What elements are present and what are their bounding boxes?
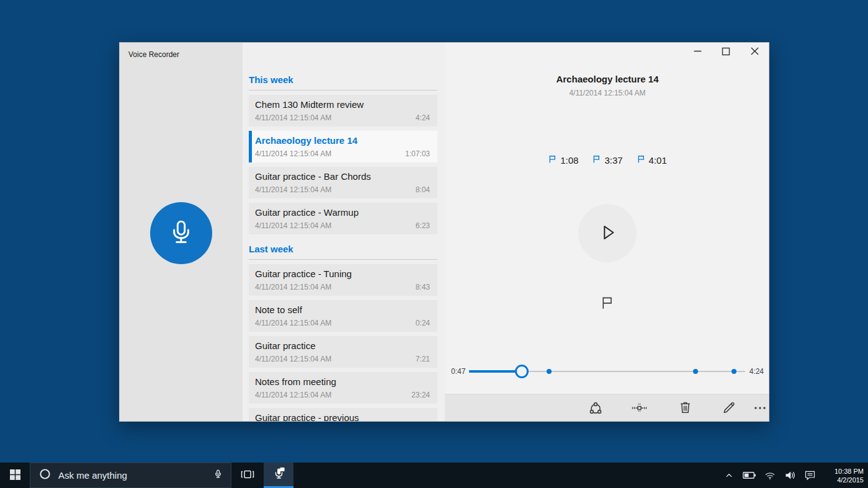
marker-chip[interactable]: 4:01: [637, 154, 667, 166]
player-panel: Archaeology lecture 14 4/11/2014 12:15:0…: [445, 43, 769, 421]
record-panel: Voice Recorder: [120, 43, 243, 421]
recording-title: Guitar practice: [255, 339, 430, 353]
windows-logo-icon: [10, 469, 20, 482]
caption-controls: [683, 43, 769, 61]
maximize-button[interactable]: [712, 43, 740, 61]
recording-duration: 6:23: [416, 221, 430, 231]
group-header-last-week: Last week: [249, 243, 437, 255]
start-button[interactable]: [0, 463, 30, 488]
elapsed-time: 0:47: [451, 367, 465, 376]
voice-recorder-window: Voice Recorder This week Chem 130 Midter…: [119, 42, 769, 422]
trim-icon: [631, 401, 648, 417]
list-item[interactable]: Guitar practice - previous: [249, 408, 437, 422]
recording-duration: 4:24: [416, 113, 430, 123]
list-item[interactable]: Guitar practice - Tuning 4/11/2014 12:15…: [249, 264, 437, 296]
recording-date: 4/11/2014 12:15:04 AM: [255, 390, 331, 400]
seek-slider[interactable]: [469, 365, 745, 378]
list-item[interactable]: Guitar practice - Warmup 4/11/2014 12:15…: [249, 203, 437, 234]
recording-date: 4/11/2014 12:15:04 AM: [255, 354, 331, 364]
flag-icon: [548, 154, 557, 166]
total-time: 4:24: [749, 367, 764, 376]
add-marker-button[interactable]: [596, 292, 619, 314]
tray-battery-icon[interactable]: [740, 463, 758, 488]
share-button[interactable]: [586, 399, 605, 418]
maximize-icon: [722, 47, 730, 58]
search-placeholder: Ask me anything: [58, 470, 213, 481]
play-icon: [594, 220, 620, 247]
tray-action-center-icon[interactable]: [800, 463, 819, 488]
clock-date: 4/2/2015: [837, 476, 864, 484]
task-view-button[interactable]: [231, 463, 264, 488]
taskbar: Ask me anything: [0, 463, 868, 488]
marker-dot: [693, 369, 698, 374]
list-item[interactable]: Notes from meeting 4/11/2014 12:15:04 AM…: [249, 372, 437, 404]
task-view-icon: [240, 468, 255, 483]
list-item[interactable]: Note to self 4/11/2014 12:15:04 AM 0:24: [249, 300, 437, 332]
recording-duration: 0:24: [416, 318, 430, 328]
recording-duration: 1:07:03: [405, 149, 430, 159]
recording-date: 4/11/2014 12:15:04 AM: [255, 113, 331, 123]
record-button[interactable]: [150, 202, 212, 264]
marker-time: 4:01: [649, 155, 667, 166]
list-item-selected[interactable]: Archaeology lecture 14 4/11/2014 12:15:0…: [249, 131, 437, 162]
list-item[interactable]: Guitar practice 4/11/2014 12:15:04 AM 7:…: [249, 336, 437, 368]
close-button[interactable]: [740, 43, 769, 61]
marker-time: 1:08: [560, 155, 578, 166]
recording-title: Guitar practice - Bar Chords: [255, 170, 430, 184]
recording-date: 4/11/2014 12:15:04 AM: [255, 221, 331, 231]
list-item[interactable]: Guitar practice - Bar Chords 4/11/2014 1…: [249, 167, 437, 198]
recording-title: Note to self: [255, 303, 430, 317]
more-button[interactable]: [751, 399, 769, 418]
close-icon: [750, 47, 759, 58]
microphone-icon: [165, 216, 197, 251]
rename-button[interactable]: [719, 399, 738, 418]
tray-wifi-icon[interactable]: [761, 463, 779, 488]
minimize-button[interactable]: [683, 43, 712, 61]
marker-dot: [547, 369, 552, 374]
pencil-icon: [721, 400, 736, 417]
delete-button[interactable]: [676, 399, 694, 418]
search-box[interactable]: Ask me anything: [30, 463, 231, 488]
recording-title: Guitar practice - Warmup: [255, 206, 430, 220]
recording-duration: 8:04: [416, 185, 430, 195]
flag-icon: [592, 154, 601, 166]
clock-time: 10:38 PM: [834, 467, 864, 476]
voice-recorder-app-icon: [271, 466, 286, 483]
recording-duration: 23:24: [411, 390, 430, 400]
recordings-list: This week Chem 130 Midterm review 4/11/2…: [243, 43, 445, 421]
recording-title: Archaeology lecture 14: [255, 134, 430, 148]
trim-button[interactable]: [630, 399, 648, 418]
player-title: Archaeology lecture 14: [445, 74, 769, 84]
marker-chip[interactable]: 3:37: [592, 154, 622, 166]
recording-date: 4/11/2014 12:15:04 AM: [255, 282, 331, 292]
tray-volume-icon[interactable]: [781, 463, 799, 488]
recording-title: Notes from meeting: [255, 375, 430, 389]
slider-thumb[interactable]: [515, 365, 529, 378]
marker-time: 3:37: [604, 155, 622, 166]
recording-date: 4/11/2014 12:15:04 AM: [255, 149, 331, 159]
divider: [249, 259, 437, 260]
search-mic-icon[interactable]: [213, 468, 223, 482]
tray-chevron-up-icon[interactable]: [720, 463, 738, 488]
taskbar-clock[interactable]: 10:38 PM 4/2/2015: [819, 463, 864, 488]
recording-duration: 7:21: [416, 354, 430, 364]
marker-chip[interactable]: 1:08: [548, 154, 578, 166]
minimize-icon: [693, 47, 702, 57]
recording-date: 4/11/2014 12:15:04 AM: [255, 318, 331, 328]
recording-duration: 8:43: [416, 282, 430, 292]
recording-title: Chem 130 Midterm review: [255, 98, 430, 112]
ellipsis-icon: [753, 401, 767, 417]
list-item[interactable]: Chem 130 Midterm review 4/11/2014 12:15:…: [249, 95, 437, 126]
markers-row: 1:08 3:37 4:01: [445, 154, 769, 166]
play-button[interactable]: [578, 204, 637, 262]
group-header-this-week: This week: [249, 74, 437, 86]
player-date: 4/11/2014 12:15:04 AM: [445, 89, 769, 97]
marker-dot: [732, 369, 736, 374]
flag-icon: [637, 154, 646, 166]
divider: [249, 90, 437, 91]
player-toolbar: [445, 394, 769, 422]
taskbar-voice-recorder-button[interactable]: [264, 463, 293, 488]
recording-title: Guitar practice - Tuning: [255, 267, 430, 281]
trash-icon: [678, 400, 693, 417]
share-icon: [588, 400, 604, 418]
